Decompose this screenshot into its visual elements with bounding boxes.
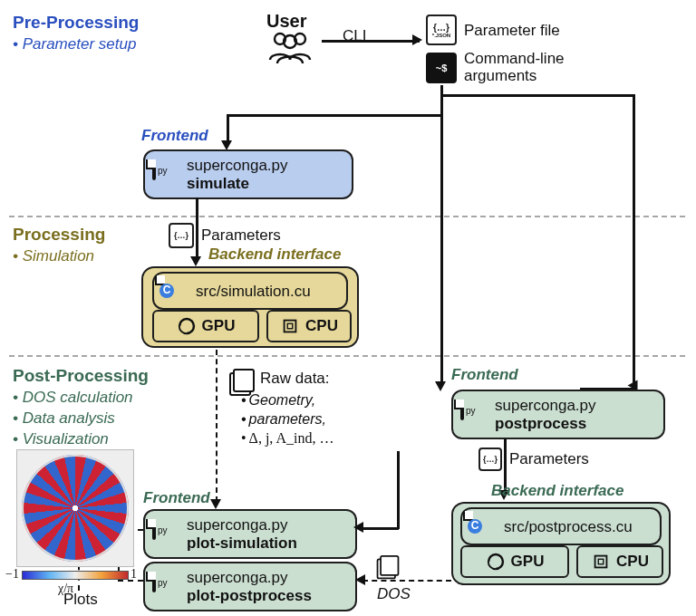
- arrow-raw-to-plot: [361, 527, 399, 530]
- divider-2: [9, 355, 685, 357]
- arrow-sim-down: [196, 197, 198, 259]
- arrow-raw-to-plot-v: [397, 451, 400, 529]
- section-sub-pre: Parameter setup: [13, 34, 136, 55]
- cpu-box-1: CPU: [266, 310, 352, 342]
- gpu-box-1: GPU: [152, 310, 259, 342]
- backend-iface-label-1: Backend interface: [208, 245, 341, 264]
- json-icon-2: {…}: [169, 223, 194, 248]
- arrow-user-right-head: [412, 34, 422, 45]
- terminal-icon: ~$: [426, 53, 457, 83]
- raw-data-list: Geometry, parameters, Δ, j, A_ind, …: [241, 391, 334, 448]
- json-file-icon: {…} *.JSON: [426, 14, 457, 45]
- section-title-proc: Processing: [13, 225, 105, 245]
- section-sub-post-3: Visualization: [13, 429, 109, 450]
- section-title-pre: Pre-Processing: [13, 13, 139, 33]
- svg-rect-4: [285, 321, 296, 332]
- node-simulate: py superconga.py simulate: [143, 149, 353, 199]
- gpu-box-2: GPU: [460, 545, 569, 578]
- python-file-icon-3: py: [152, 521, 179, 548]
- node-plot-sim: py superconga.py plot-simulation: [143, 509, 357, 559]
- svg-point-8: [488, 554, 503, 570]
- dash-proc-down: [216, 350, 218, 502]
- cli-label: CLI: [343, 27, 366, 45]
- frontend-label-3: Frontend: [143, 489, 210, 507]
- arrow-user-right: [322, 40, 420, 43]
- python-file-icon: py: [152, 161, 179, 188]
- cu-file-icon-2: C: [469, 513, 497, 540]
- dos-label: DOS: [377, 585, 411, 603]
- colorbar-right: 1: [130, 567, 137, 582]
- section-sub-post-1: DOS calculation: [13, 388, 133, 409]
- arrow-input-split-v: [633, 94, 635, 390]
- arrow-to-simulate-h: [228, 114, 442, 117]
- section-title-post: Post-Processing: [13, 366, 149, 386]
- arrow-to-simulate-v: [227, 114, 229, 143]
- user-title: User: [266, 11, 306, 32]
- section-sub-proc: Simulation: [13, 246, 94, 267]
- arrow-input-down-main: [440, 94, 443, 384]
- param-file-label: Parameter file: [464, 22, 560, 40]
- users-icon: [265, 31, 315, 65]
- colorbar-center: χ/π: [58, 582, 73, 596]
- arrow-sim-down-head: [190, 256, 201, 266]
- raw-data-header: Raw data:: [260, 370, 330, 388]
- cmd-args-label: Command-line arguments: [464, 51, 636, 84]
- svg-rect-9: [595, 556, 607, 568]
- node-post-cu: C src/postprocess.cu: [460, 507, 662, 545]
- dash-proc-down-head: [210, 499, 221, 509]
- section-sub-post-2: Data analysis: [13, 409, 115, 429]
- node-postprocess: py superconga.py postprocess: [451, 390, 665, 439]
- cu-file-icon-1: C: [161, 277, 188, 304]
- gpu-fan-icon: [177, 316, 197, 336]
- cpu-chip-icon-2: [591, 552, 611, 572]
- python-file-icon-4: py: [152, 573, 179, 601]
- gpu-fan-icon-2: [486, 552, 506, 572]
- arrow-input-to-post: [435, 381, 446, 391]
- svg-point-3: [179, 319, 194, 334]
- svg-rect-10: [598, 559, 604, 564]
- backend-iface-label-2: Backend interface: [491, 482, 624, 500]
- cpu-chip-icon: [280, 316, 300, 336]
- dos-file-icon: [375, 554, 401, 582]
- cpu-box-2: CPU: [576, 545, 663, 578]
- python-file-icon-2: py: [460, 401, 488, 428]
- frontend-label-1: Frontend: [141, 127, 208, 145]
- frontend-label-2: Frontend: [451, 366, 518, 384]
- dash-dos-head: [355, 574, 365, 585]
- parameters-label-2: Parameters: [509, 450, 589, 468]
- colorbar: [22, 571, 129, 580]
- arrow-raw-to-plot-head: [353, 522, 363, 533]
- json-icon-3: {…}: [478, 448, 502, 471]
- plot-image: [22, 455, 129, 562]
- svg-rect-5: [287, 323, 293, 329]
- colorbar-left: −1: [5, 567, 19, 582]
- arrow-input-split-h: [440, 94, 634, 97]
- node-sim-cu: C src/simulation.cu: [152, 272, 348, 310]
- divider-1: [9, 216, 685, 217]
- parameters-label-1: Parameters: [201, 226, 281, 245]
- svg-rect-12: [381, 556, 398, 575]
- svg-rect-7: [234, 370, 254, 391]
- node-plot-post: py superconga.py plot-postprocess: [143, 562, 357, 611]
